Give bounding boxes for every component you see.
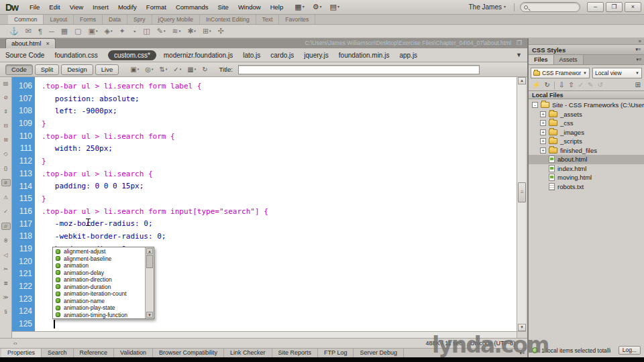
related-file-foundation-css[interactable]: foundation.css [54, 52, 98, 59]
indent-icon[interactable]: ≫ [1, 294, 11, 300]
code-line-108[interactable]: 108 left: -9000px; [12, 105, 517, 117]
syntax-error-alerts-icon[interactable]: ✓ [1, 208, 11, 215]
tree-item-index-html[interactable]: index.html [529, 164, 644, 174]
insert-div-icon[interactable]: ▢ [74, 27, 81, 36]
tab-server-debug[interactable]: Server Debug [354, 349, 404, 357]
tree-item-scripts[interactable]: +_scripts [529, 137, 644, 146]
tag-selector-icon[interactable]: ‹› [13, 341, 17, 347]
refresh-design-icon[interactable]: ↻ [202, 66, 207, 73]
code-hint-scrollbar[interactable]: ▲ ▼ [145, 247, 154, 318]
layout-switcher-icon[interactable]: ▦▾ [294, 0, 304, 14]
server-include-icon[interactable]: ◫ [143, 27, 150, 36]
tab-about-html[interactable]: about.html × [5, 38, 56, 48]
insert-tab-forms[interactable]: Forms [74, 15, 103, 24]
scrollbar-thumb[interactable] [146, 255, 153, 268]
menu-help[interactable]: Help [266, 0, 288, 14]
insert-tab-incontext-editing[interactable]: InContext Editing [200, 15, 256, 24]
open-documents-icon[interactable]: ▤ [1, 80, 11, 86]
code-hint-alignment-baseline[interactable]: alignment-baseline [53, 255, 145, 263]
restore-window-icon[interactable]: ❐ [517, 40, 522, 46]
code-navigator-icon[interactable]: ⊘ [1, 95, 11, 101]
code-line-106[interactable]: 106.top-bar ul > li.search form label { [12, 80, 517, 93]
tree-item-about-html[interactable]: about.html [529, 155, 644, 164]
code-view-button[interactable]: Code [5, 64, 33, 75]
panel-tab-assets[interactable]: Assets [554, 55, 584, 64]
tab-properties[interactable]: Properties [1, 349, 42, 357]
horizontal-rule-icon[interactable]: ─ [49, 27, 54, 36]
log-button[interactable]: Log... [619, 346, 641, 355]
code-hint-animation-timing-function[interactable]: animation-timing-function [53, 312, 145, 319]
connect-icon[interactable]: ⚡ [532, 81, 540, 89]
hyperlink-icon[interactable]: ⚓ [9, 27, 19, 36]
tree-item-assets[interactable]: +_assets [529, 110, 644, 119]
code-line-118[interactable]: 118 -webkit-border-radius: 0; [12, 230, 517, 243]
code-hint-animation-iteration-count[interactable]: animation-iteration-count [53, 290, 145, 298]
code-line-109[interactable]: 109} [12, 117, 517, 130]
scrollbar-thumb[interactable] [518, 182, 526, 202]
collapse-selection-icon[interactable]: ⊟ [1, 123, 11, 129]
menu-edit[interactable]: Edit [44, 0, 64, 14]
close-button[interactable]: × [625, 2, 641, 12]
w3c-validation-icon[interactable]: ✓▾ [173, 66, 181, 73]
related-file-jquery-js[interactable]: jquery.js [304, 52, 329, 59]
restore-button[interactable]: ❐ [606, 2, 623, 12]
related-file-cardo-js[interactable]: cardo.js [270, 52, 294, 59]
expand-all-icon[interactable]: ⊞ [1, 137, 11, 143]
insert-tab-spry[interactable]: Spry [127, 15, 152, 24]
tree-item-finished-files[interactable]: +finished_files [529, 146, 644, 156]
tag-chooser-icon[interactable]: ✣ [218, 27, 224, 36]
expander-icon[interactable]: - [532, 102, 538, 108]
menu-file[interactable]: File [25, 0, 44, 14]
move-css-icon[interactable]: ≣ [1, 280, 11, 286]
minimize-button[interactable]: – [587, 2, 604, 12]
tab-ftp-log[interactable]: FTP Log [318, 349, 354, 357]
related-file-custom-css[interactable]: custom.css* [108, 50, 156, 60]
code-line-115[interactable]: 115} [12, 192, 517, 205]
wrap-tag-icon[interactable]: ◁ [1, 252, 11, 258]
select-parent-tag-icon[interactable]: ◇ [1, 151, 11, 157]
file-management-icon[interactable]: ⇅▾ [159, 66, 167, 73]
check-browser-icon[interactable]: ▦▾ [187, 66, 196, 73]
named-anchor-icon[interactable]: ¶ [38, 27, 42, 36]
code-line-111[interactable]: 111 width: 250px; [12, 142, 517, 155]
insert-tab-layout[interactable]: Layout [44, 15, 74, 24]
title-input[interactable] [238, 65, 480, 74]
menu-site[interactable]: Site [213, 0, 233, 14]
code-hint-animation-duration[interactable]: animation-duration [53, 284, 145, 291]
expand-panel-icon[interactable]: ⊞ [635, 81, 641, 89]
images-icon[interactable]: ▣▾ [88, 27, 97, 36]
design-view-button[interactable]: Design [61, 64, 93, 75]
code-hint-animation-direction[interactable]: animation-direction [53, 276, 145, 284]
remove-comment-icon[interactable]: ※ [1, 238, 11, 244]
code-line-107[interactable]: 107 position: absolute; [12, 93, 517, 105]
comment-icon[interactable]: ✎▾ [157, 27, 166, 36]
table-icon[interactable]: ▦ [61, 27, 68, 36]
head-icon[interactable]: ≋▾ [172, 27, 180, 36]
tree-item-css[interactable]: +_css [529, 119, 644, 128]
tree-item-robots-txt[interactable]: robots.txt [529, 182, 644, 192]
recent-snippets-icon[interactable]: ✂ [1, 266, 11, 272]
scroll-up-icon[interactable]: ▲ [146, 248, 153, 254]
script-icon[interactable]: ✱▾ [187, 27, 196, 36]
app-logo[interactable]: Dw [5, 2, 18, 13]
related-file-lato-js[interactable]: lato.js [243, 52, 260, 59]
collapse-to-icons-icon[interactable]: » [639, 38, 641, 44]
tab-browser-compatibility[interactable]: Browser Compatibility [153, 349, 224, 357]
insert-tab-text[interactable]: Text [256, 15, 280, 24]
site-setup-icon[interactable]: ▤▾ [330, 0, 339, 14]
panel-menu-icon[interactable]: ▾≡ [636, 55, 641, 64]
widget-icon[interactable]: ✦ [119, 27, 125, 36]
site-select[interactable]: CSS Framewor ▼ [531, 68, 590, 78]
expander-icon[interactable]: + [540, 138, 546, 144]
email-link-icon[interactable]: ✉ [25, 27, 32, 36]
date-icon[interactable]: ◔ [132, 27, 137, 36]
live-view-button[interactable]: Live [95, 64, 119, 75]
filter-related-files-icon[interactable]: ▼ [516, 52, 522, 58]
horizontal-scrollbar[interactable] [12, 331, 517, 338]
code-line-112[interactable]: 112} [12, 155, 517, 168]
menu-view[interactable]: View [65, 0, 88, 14]
insert-tab-common[interactable]: Common [8, 15, 44, 24]
multiscreen-icon[interactable]: ▣▾ [130, 66, 139, 73]
code-hint-animation[interactable]: animation [53, 262, 145, 269]
tab-search[interactable]: Search [42, 349, 74, 357]
